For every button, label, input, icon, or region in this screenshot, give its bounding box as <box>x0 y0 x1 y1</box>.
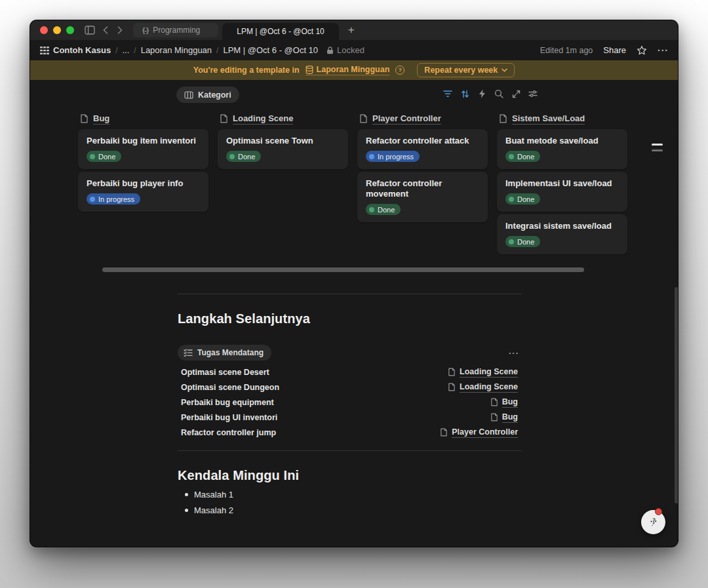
notion-ai-button[interactable] <box>641 510 665 534</box>
board-card[interactable]: Perbaiki bug player info In progress <box>78 172 208 212</box>
divider <box>178 450 522 451</box>
document-body: Langkah Selanjutnya Tugas Mendatang ··· … <box>178 287 522 518</box>
board-column-loading-scene: Loading Scene Optimasi scene Town Done <box>218 113 348 169</box>
search-icon[interactable] <box>493 88 505 100</box>
section-heading-obstacles: Kendala Minggu Ini <box>178 467 522 484</box>
column-header: Sistem Save/Load <box>497 113 627 124</box>
breadcrumb-parent[interactable]: Laporan Mingguan <box>141 45 212 55</box>
category-link[interactable]: Loading Scene <box>448 382 518 393</box>
category-link[interactable]: Bug <box>490 397 518 408</box>
column-title-link[interactable]: Loading Scene <box>233 113 293 125</box>
board-card[interactable]: Integrasi sistem save/load Done <box>497 214 627 254</box>
topbar-actions: Edited 1m ago Share ··· <box>540 45 669 56</box>
task-row[interactable]: Perbaiki bug UI inventori Bug <box>178 410 522 425</box>
view-tab-kategori[interactable]: Kategori <box>176 87 239 103</box>
page-icon <box>499 114 507 123</box>
breadcrumb-ellipsis[interactable]: ... <box>122 45 129 55</box>
expand-icon[interactable] <box>510 88 522 100</box>
sidebar-toggle-icon[interactable] <box>81 20 100 40</box>
zoom-window-button[interactable] <box>66 26 74 34</box>
bullet-item[interactable]: Masalah 2 <box>178 502 522 518</box>
breadcrumb: Contoh Kasus / ... / Laporan Mingguan / … <box>40 45 364 55</box>
board-view-icon <box>184 91 193 99</box>
column-title-link[interactable]: Sistem Save/Load <box>512 113 585 125</box>
share-button[interactable]: Share <box>603 45 626 55</box>
hidden-group-indicator[interactable] <box>652 144 663 151</box>
page-icon <box>490 413 498 421</box>
bullet-item[interactable]: Masalah 1 <box>178 486 522 502</box>
status-badge: Done <box>226 151 261 162</box>
view-tab-tugas-mendatang[interactable]: Tugas Mendatang <box>178 345 271 361</box>
breadcrumb-separator: / <box>115 46 117 55</box>
database-icon <box>305 66 313 74</box>
lightning-icon[interactable] <box>476 88 488 100</box>
breadcrumb-current[interactable]: LPM | @Oct 6 - @Oct 10 <box>223 45 318 55</box>
more-options-icon[interactable]: ··· <box>658 45 669 56</box>
edited-timestamp: Edited 1m ago <box>540 46 593 55</box>
task-row[interactable]: Optimasi scene Desert Loading Scene <box>178 364 522 380</box>
page-icon <box>220 114 228 123</box>
section-heading-next-steps: Langkah Selanjutnya <box>178 310 522 327</box>
status-dot <box>229 154 235 159</box>
filter-icon[interactable] <box>442 88 454 100</box>
page-content: Kategori Bug Perbaiki bug item inventori… <box>30 80 678 547</box>
page-icon <box>359 114 368 123</box>
banner-message: You're editing a template in <box>193 66 300 75</box>
tab-programming[interactable]: {-} Programming <box>133 23 218 37</box>
task-row[interactable]: Optimasi scene Dungeon Loading Scene <box>178 380 522 395</box>
status-dot <box>90 154 95 159</box>
task-list: Optimasi scene Desert Loading Scene Opti… <box>178 364 522 440</box>
forward-icon[interactable] <box>117 26 123 34</box>
sort-icon[interactable] <box>459 88 471 100</box>
board-card[interactable]: Refactor controller attack In progress <box>357 129 488 169</box>
breadcrumb-separator: / <box>216 46 218 55</box>
breadcrumb-workspace[interactable]: Contoh Kasus <box>40 45 111 55</box>
board-card[interactable]: Implementasi UI save/load Done <box>497 172 627 212</box>
board-card[interactable]: Refactor controller movement Done <box>357 172 488 222</box>
new-tab-button[interactable]: + <box>339 20 364 40</box>
divider <box>178 294 522 294</box>
back-icon[interactable] <box>103 26 108 34</box>
window-controls <box>30 20 81 40</box>
horizontal-scrollbar[interactable] <box>102 267 584 272</box>
status-dot <box>509 154 514 159</box>
close-window-button[interactable] <box>40 26 48 34</box>
repeat-schedule-button[interactable]: Repeat every week <box>417 63 515 77</box>
checklist-icon <box>184 349 193 357</box>
banner-template-link[interactable]: Laporan Mingguan <box>305 65 390 75</box>
category-link[interactable]: Player Controller <box>440 427 518 438</box>
board-column-bug: Bug Perbaiki bug item inventori Done Per… <box>78 113 208 212</box>
status-badge: In progress <box>87 193 140 205</box>
board-card[interactable]: Buat metode save/load Done <box>497 129 627 169</box>
locked-indicator[interactable]: Locked <box>326 45 364 55</box>
notification-dot <box>655 508 662 515</box>
settings-sliders-icon[interactable] <box>527 88 539 100</box>
column-header: Player Controller <box>357 113 488 124</box>
board-card[interactable]: Perbaiki bug item inventori Done <box>78 129 208 169</box>
task-row[interactable]: Perbaiki bug equipment Bug <box>178 395 522 410</box>
board-column-player-controller: Player Controller Refactor controller at… <box>357 113 488 222</box>
minimize-window-button[interactable] <box>53 26 61 34</box>
help-icon[interactable]: ? <box>395 66 404 75</box>
status-dot <box>369 207 374 212</box>
view-toolbar <box>442 88 539 100</box>
tab-bar: {-} Programming LPM | @Oct 6 - @Oct 10 + <box>30 20 678 40</box>
category-link[interactable]: Bug <box>490 412 518 423</box>
page-icon <box>440 428 448 437</box>
page-icon <box>448 368 456 376</box>
column-title-link[interactable]: Player Controller <box>372 113 441 125</box>
category-link[interactable]: Loading Scene <box>448 367 518 378</box>
page-icon <box>80 114 88 123</box>
template-banner: You're editing a template in Laporan Min… <box>30 60 678 80</box>
task-row[interactable]: Refactor controller jump Player Controll… <box>178 425 522 440</box>
list-more-options-icon[interactable]: ··· <box>509 348 522 358</box>
notion-window: {-} Programming LPM | @Oct 6 - @Oct 10 +… <box>30 20 678 547</box>
vertical-scrollbar[interactable] <box>675 287 678 503</box>
tab-current-page[interactable]: LPM | @Oct 6 - @Oct 10 <box>222 23 339 40</box>
favorite-star-icon[interactable] <box>637 45 647 56</box>
column-title-link[interactable]: Bug <box>93 113 109 125</box>
board-card[interactable]: Optimasi scene Town Done <box>218 129 348 169</box>
column-header: Bug <box>78 113 208 124</box>
status-badge: Done <box>87 151 121 162</box>
status-dot <box>509 239 514 245</box>
